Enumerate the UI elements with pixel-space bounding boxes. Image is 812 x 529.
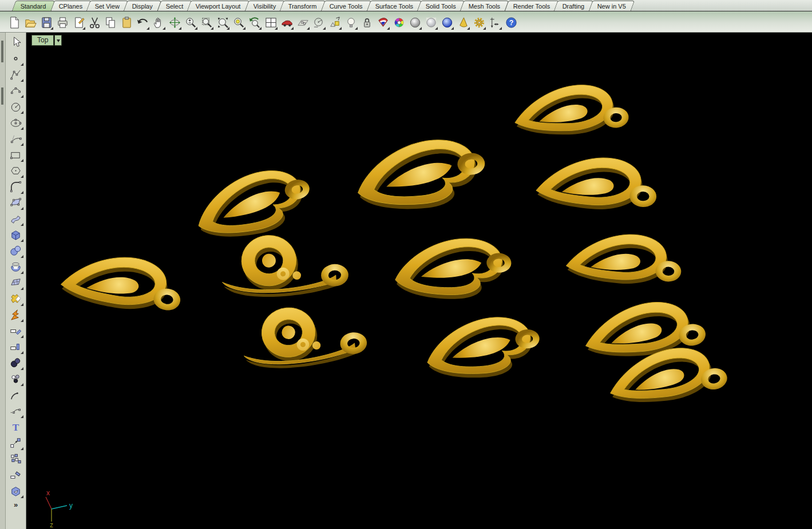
group-tool-button[interactable] (8, 371, 23, 386)
tab-label: Display (132, 3, 153, 10)
open-file-button[interactable] (23, 14, 38, 30)
zoom-dynamic-button[interactable] (183, 14, 198, 30)
trim-tool-button[interactable] (8, 323, 23, 338)
fillet-arc-icon (9, 388, 22, 401)
dimension-button[interactable] (488, 14, 502, 30)
ghosted-display-button[interactable] (423, 14, 438, 30)
tab-label: Transform (288, 3, 317, 10)
undo-button[interactable] (135, 14, 150, 30)
polyline-tool-button[interactable] (8, 67, 23, 82)
tab-display[interactable]: Display (124, 1, 162, 11)
dock-grip[interactable] (1, 41, 3, 62)
color-wheel-button[interactable] (391, 14, 406, 30)
arc-tool-button[interactable] (8, 131, 23, 146)
object-properties-button[interactable] (327, 14, 342, 30)
surface-grid-button[interactable] (8, 275, 23, 290)
copy-array-button[interactable] (8, 451, 23, 466)
cut-button[interactable] (87, 14, 102, 30)
tab-visibility[interactable]: Visibility (245, 1, 285, 11)
new-file-icon (8, 16, 21, 29)
split-tool-button[interactable] (8, 339, 23, 354)
print-button[interactable] (55, 14, 70, 30)
text-tool-button[interactable] (8, 419, 23, 434)
extend-curve-button[interactable] (8, 403, 23, 418)
clipboard-icon (120, 16, 133, 29)
spotlight-button[interactable] (455, 14, 470, 30)
ghosted-sphere-icon (425, 16, 438, 29)
zoom-extents-button[interactable] (215, 14, 230, 30)
dock-grip[interactable] (1, 87, 3, 105)
curved-surface-button[interactable] (8, 211, 23, 226)
render-button[interactable] (439, 14, 454, 30)
standard-toolbar (0, 11, 812, 33)
tab-cplanes[interactable]: CPlanes (50, 1, 91, 11)
select-tool-button[interactable] (8, 35, 23, 50)
paste-button[interactable] (119, 14, 134, 30)
set-view-button[interactable] (311, 14, 326, 30)
save-button[interactable] (39, 14, 54, 30)
pan-button[interactable] (151, 14, 166, 30)
tab-standard[interactable]: Standard (12, 1, 55, 11)
zoom-window-button[interactable] (199, 14, 214, 30)
fillet-curves-button[interactable] (8, 387, 23, 402)
tab-surface-tools[interactable]: Surface Tools (367, 1, 422, 11)
tab-new-in-v5[interactable]: New in V5 (589, 1, 635, 11)
move-tool-button[interactable] (8, 435, 23, 450)
explode-tool-button[interactable] (8, 307, 23, 322)
tab-mesh-tools[interactable]: Mesh Tools (460, 1, 509, 11)
viewport-title-label[interactable]: Top (31, 35, 54, 46)
sphere-tool-button[interactable] (8, 243, 23, 258)
trim-icon (9, 324, 22, 337)
tab-render-tools[interactable]: Render Tools (505, 1, 559, 11)
boolean-tool-button[interactable] (8, 291, 23, 306)
viewport-dropdown[interactable] (54, 35, 62, 46)
spotlight-cone-icon (457, 16, 470, 29)
left-dock-edge (0, 33, 6, 529)
solid-tools-button[interactable] (8, 483, 23, 498)
tab-transform[interactable]: Transform (280, 1, 326, 11)
rotate-view-icon (168, 16, 181, 29)
open-folder-icon (24, 16, 37, 29)
circle-tool-button[interactable] (8, 99, 23, 114)
show-objects-button[interactable] (343, 14, 358, 30)
tab-set-view[interactable]: Set View (86, 1, 129, 11)
help-button[interactable] (504, 14, 518, 30)
box-tool-button[interactable] (8, 227, 23, 242)
rotate-tool-button[interactable] (8, 467, 23, 482)
shaded-display-button[interactable] (407, 14, 422, 30)
render-style-button[interactable] (375, 14, 390, 30)
viewport-layout-button[interactable] (263, 14, 278, 30)
rotate-view-button[interactable] (167, 14, 182, 30)
edit-document-button[interactable] (71, 14, 86, 30)
surface-corner-points-button[interactable] (8, 195, 23, 210)
car-button[interactable] (279, 14, 294, 30)
tab-select[interactable]: Select (157, 1, 192, 11)
lock-objects-button[interactable] (359, 14, 374, 30)
tab-curve-tools[interactable]: Curve Tools (321, 1, 371, 11)
curve-blend-button[interactable] (8, 179, 23, 194)
zoom-selected-button[interactable] (231, 14, 246, 30)
more-tools-button[interactable]: » (14, 500, 18, 509)
cplane-button[interactable] (295, 14, 310, 30)
toolbar-tab-bar: Standard CPlanes Set View Display Select… (0, 0, 812, 11)
point-tool-button[interactable] (8, 51, 23, 66)
options-button[interactable] (472, 14, 486, 30)
new-file-button[interactable] (7, 14, 22, 30)
tab-drafting[interactable]: Drafting (554, 1, 593, 11)
tab-solid-tools[interactable]: Solid Tools (417, 1, 465, 11)
tab-viewport-layout[interactable]: Viewport Layout (187, 1, 249, 11)
ellipse-icon (9, 116, 22, 129)
viewport-top[interactable]: Top (26, 33, 812, 529)
solid-box-icon (9, 484, 22, 498)
ellipse-tool-button[interactable] (8, 115, 23, 130)
polyline-icon (9, 68, 22, 81)
curved-surface-icon (9, 212, 22, 225)
rectangle-tool-button[interactable] (8, 147, 23, 162)
torus-tool-button[interactable] (8, 259, 23, 274)
polygon-tool-button[interactable] (8, 163, 23, 178)
arc-icon (9, 132, 22, 145)
curve-tool-button[interactable] (8, 83, 23, 98)
join-tool-button[interactable] (8, 355, 23, 370)
copy-button[interactable] (103, 14, 118, 30)
undo-view-change-button[interactable] (247, 14, 262, 30)
